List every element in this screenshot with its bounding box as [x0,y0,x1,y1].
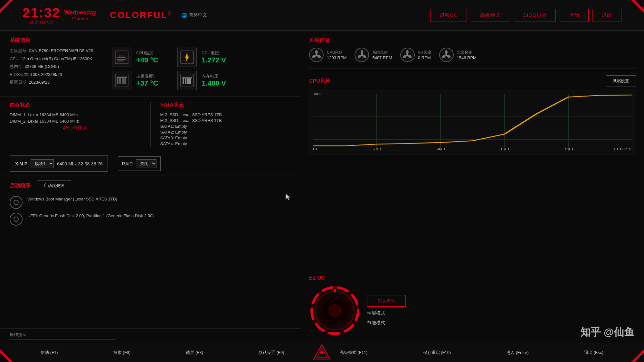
svg-point-31 [361,54,363,56]
ez-oc-default-button[interactable]: 默认模式 [367,295,406,307]
fan-3-name: 水泵风扇 [457,50,477,55]
svg-rect-17 [119,78,121,84]
mb-temp-info: 主板温度: +37 °C [136,73,158,88]
right-panel: 风扇信息 CPU风扇 1203 RPM [301,31,644,343]
language-label: 简体中文 [189,12,207,18]
mb-temp-icon [112,71,131,90]
bottom-save[interactable]: 保存重启 (F10) [423,350,451,356]
xmp-value: 6400 Mhz 32-38-38-76 [57,161,103,166]
brand-block: COLORFUL® [103,10,172,20]
xmp-label: X.M.P [15,161,27,166]
ez-oc-options: 默认模式 性能模式 节能模式 [367,295,406,326]
svg-rect-70 [334,289,336,292]
svg-rect-22 [183,78,184,84]
svg-marker-1 [0,0,10,10]
mb-model-value: CVN B760I FROZEN WIFI D5 V20 [29,48,93,53]
bottom-defaults[interactable]: 默认设置 (F9) [259,350,284,356]
update-date-value: 2023/09/23 [29,80,50,85]
nav-bios-button[interactable]: BIOS功能 [514,9,556,22]
xmp-section: X.M.P 模块1 6400 Mhz 32-38-38-76 RAID 关闭 [0,152,301,175]
svg-rect-10 [117,57,126,58]
boot-title: 启动顺序 [10,182,30,189]
svg-rect-23 [185,78,186,84]
mb-model-item: 主板型号: CVN B760I FROZEN WIFI D5 V20 [10,48,99,54]
svg-point-35 [406,54,408,56]
svg-point-77 [320,351,324,354]
fan-0-info: CPU风扇 1203 RPM [327,50,346,60]
svg-rect-20 [117,77,127,78]
fan-icon-2 [400,48,415,62]
svg-point-27 [316,54,317,56]
time-display: 21:32 [23,6,60,20]
update-date-label: 更新日期: [10,80,29,85]
dimm1-item: DIMM_1: Lexar 16384 MB 6400 MHz [10,112,141,117]
bottom-enter[interactable]: 进入 (Enter) [506,350,528,356]
bottom-screenshot-key: 截屏 (F8) [186,350,203,355]
bottom-help[interactable]: 帮助 (F1) [41,350,58,356]
nav-boot-button[interactable]: 启动 [560,9,589,22]
nav-advanced-button[interactable]: 高级模式 [471,9,510,22]
svg-point-39 [445,54,447,56]
svg-rect-19 [124,78,126,84]
fan-0-rpm: 1203 RPM [327,55,346,60]
dimm2-item: DIMM_2: Lexar 16384 MB 6400 MHz [10,119,141,124]
raid-label: RAID [122,161,133,166]
language-selector[interactable]: 🌐 简体中文 [182,12,207,18]
ez-oc-performance-option[interactable]: 性能模式 [367,311,406,316]
bottom-exit[interactable]: 退出 (Esc) [584,350,603,356]
mem-volt-value: 1.400 V [202,79,226,88]
sata-item-1: M.2_SSD: Lexar SSD ARES 1TB [160,118,291,123]
nav-exit-button[interactable]: 退出 [592,9,621,22]
bottom-help-key: 帮助 (F1) [41,350,58,355]
nav-oc-button[interactable]: 超频OC [430,9,467,22]
bottom-screenshot[interactable]: 截屏 (F8) [186,350,203,356]
svg-rect-12 [117,60,124,61]
svg-text:20: 20 [373,147,382,151]
boot-item-0: Windows Boot Manager (Lexar SSD ARES 1TB… [10,196,291,209]
bottom-bar: 帮助 (F1) 搜索 (F6) 截屏 (F8) 默认设置 (F9) 高级模式 (… [0,343,644,362]
raid-box: RAID 关闭 [118,156,161,171]
system-info-left: 主板型号: CVN B760I FROZEN WIFI D5 V20 CPU: … [10,48,99,90]
corner-decoration-bl [0,343,19,362]
fan-icon-0 [309,48,324,62]
ez-oc-eco-option[interactable]: 节能模式 [367,320,406,326]
bottom-search[interactable]: 搜索 (F6) [113,350,130,356]
fan-3-info: 水泵风扇 1546 RPM [457,50,477,60]
sata-item-0: M.2_SSD: Lexar SSD ARES 1TB [160,112,291,117]
raid-select[interactable]: 关闭 [136,159,156,168]
sata-column: SATA状态 M.2_SSD: Lexar SSD ARES 1TB M.2_S… [160,102,291,147]
ram-label: 总内存: [10,64,24,69]
boot-disk-inner-0 [14,200,19,205]
xmp-mode-select[interactable]: 模块1 [31,159,54,168]
tips-section: 操作提示 [0,328,301,343]
fan-2-name: VR风扇 [418,50,431,55]
metrics-block: CPU CPU温度: +49 °C [112,48,291,90]
cpu-label: CPU: [10,56,21,61]
sata-item-2: SATA1: Empty [160,124,291,129]
ez-oc-dial [309,285,361,336]
fan-2-info: VR风扇 0 RPM [418,50,431,60]
svg-rect-26 [182,77,192,79]
fan-item-1: 系统风扇 5487 RPM [355,48,392,62]
svg-rect-18 [122,78,124,84]
main-content: 系统信息 主板型号: CVN B760I FROZEN WIFI D5 V20 … [0,31,644,343]
metrics-row-1: CPU CPU温度: +49 °C [112,48,291,67]
bottom-advanced[interactable]: 高级模式 (F11) [340,350,368,356]
mem-volt-card: 内存电压: 1.400 V [177,71,226,90]
fan-chart-container: 100% [309,90,636,154]
boot-disk-icon-0 [10,196,23,209]
boot-priority-button[interactable]: 启动优先级 [37,180,71,191]
mem-volt-info: 内存电压: 1.400 V [202,73,226,88]
fan-item-0: CPU风扇 1203 RPM [309,48,346,62]
mem-volt-icon [177,71,197,90]
globe-icon: 🌐 [182,13,187,18]
fan-settings-button[interactable]: 风扇设置 [606,75,636,87]
cpu-fan-title: CPU风扇 [309,78,330,85]
cpu-fan-section: CPU风扇 风扇设置 100% [309,75,636,264]
cpu-temp-label: CPU温度: [136,50,158,56]
svg-point-40 [445,50,448,54]
watermark-bottom-right: 知乎 @仙鱼 [580,325,634,339]
fan-0-name: CPU风扇 [327,50,346,55]
boot-item-text-0: Windows Boot Manager (Lexar SSD ARES 1TB… [27,196,117,202]
bios-ver-item: BIOS版本: 1003-2023/09/23 [10,71,99,78]
